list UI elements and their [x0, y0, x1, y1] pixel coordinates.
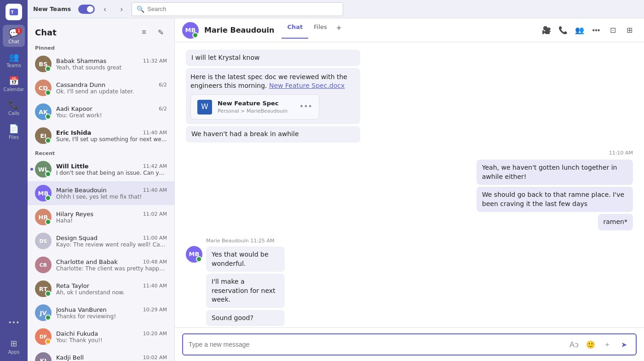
chat-preview-hilary: Haha! — [56, 218, 167, 224]
rail-item-calls[interactable]: 📞 Calls — [3, 97, 25, 119]
chat-badge: 1 — [16, 28, 22, 34]
rail-item-chat[interactable]: 💬 Chat 1 — [3, 25, 25, 47]
compose-button[interactable]: ✎ — [154, 26, 167, 39]
chat-item-joshua[interactable]: JV Joshua VanBuren 10:29 AM Thanks for r… — [28, 301, 174, 325]
chat-preview-aadi: You: Great work! — [56, 112, 167, 119]
filter-button[interactable]: ≡ — [138, 26, 150, 39]
pop-out-button[interactable]: ⊡ — [605, 23, 620, 38]
chat-item-will[interactable]: WL Will Little 11:42 AM I don't see that… — [28, 157, 174, 181]
rail-teams-label: Teams — [6, 63, 21, 68]
more-options-button[interactable]: ••• — [589, 23, 604, 38]
send-button[interactable]: ➤ — [617, 338, 630, 351]
teams-icon: 👥 — [9, 52, 19, 62]
avatar-babak: BS — [35, 56, 52, 72]
chat-item-marie[interactable]: MB Marie Beaudouin 11:40 AM Ohhh I see, … — [28, 181, 174, 205]
word-icon: W — [197, 100, 212, 115]
chat-content: MB Marie Beaudouin Chat Files + 🎥 📞 👥 ••… — [175, 18, 644, 361]
file-more-icon[interactable]: ••• — [299, 102, 312, 112]
left-rail: T 💬 Chat 1 👥 Teams 📅 Calendar 📞 Calls 📄 … — [0, 0, 28, 361]
message-row-marie: MB Marie Beaudouin 11:25 AM Yes that wou… — [186, 238, 633, 327]
chat-name-cassandra: Cassandra Dunn — [56, 81, 105, 88]
chat-time-charlotte: 10:48 AM — [143, 259, 167, 265]
video-call-button[interactable]: 🎥 — [539, 23, 554, 38]
chat-item-daichi[interactable]: DF Daichi Fukuda 10:20 AM You: Thank you… — [28, 325, 174, 349]
file-path: Personal > MarieBeaudouin — [218, 108, 294, 115]
chat-name-will: Will Little — [56, 163, 89, 170]
chat-list: BS Babak Shammas 11:32 AM Yeah, that sou… — [28, 52, 174, 361]
msg-sound-good: Sound good? — [206, 310, 285, 327]
chat-item-cassandra[interactable]: CD Cassandra Dunn 6/2 Ok. I'll send an u… — [28, 76, 174, 100]
chat-item-eric[interactable]: EI Eric Ishida 11:40 AM Sure, I'll set u… — [28, 124, 174, 148]
chat-time-eric: 11:40 AM — [143, 130, 167, 136]
header-actions: 🎥 📞 👥 ••• ⊡ ⊞ — [539, 23, 637, 38]
message-bubble: I will let Krystal know — [186, 50, 360, 66]
add-tab-button[interactable]: + — [333, 22, 345, 34]
chat-name-kadji: Kadji Bell — [56, 354, 84, 361]
avatar-marie: MB — [35, 185, 52, 201]
chat-preview-cassandra: Ok. I'll send an update later. — [56, 88, 167, 95]
back-button[interactable]: ‹ — [98, 3, 111, 16]
chat-preview-charlotte: Charlotte: The client was pretty happy w… — [56, 265, 167, 272]
chat-item-reta[interactable]: RT Reta Taylor 11:40 AM Ah, ok I underst… — [28, 277, 174, 301]
rail-item-files[interactable]: 📄 Files — [3, 120, 25, 143]
audio-call-button[interactable]: 📞 — [556, 23, 570, 38]
chat-item-kadji[interactable]: KJ Kadji Bell 10:02 AM You: I like the i… — [28, 349, 174, 361]
avatar-will: WL — [35, 161, 52, 178]
contact-name: Marie Beaudouin — [204, 26, 274, 34]
content-header: MB Marie Beaudouin Chat Files + 🎥 📞 👥 ••… — [175, 18, 644, 42]
chat-name-reta: Reta Taylor — [56, 282, 89, 289]
chat-time-kadji: 10:02 AM — [143, 355, 167, 361]
search-input[interactable] — [147, 6, 338, 12]
rail-item-more[interactable]: ••• — [3, 311, 25, 333]
message-group-outgoing-1: 11:10 AM Yeah, we haven't gotten lunch t… — [372, 150, 633, 230]
apps-icon: ⊞ — [10, 338, 17, 348]
format-button[interactable]: Aↄ — [568, 338, 581, 351]
msg-lunch: Yeah, we haven't gotten lunch together i… — [477, 160, 633, 185]
chat-preview-reta: Ah, ok I understand now. — [56, 289, 167, 296]
chat-preview-babak: Yeah, that sounds great — [56, 64, 167, 71]
search-icon: 🔍 — [137, 6, 144, 13]
chat-item-design[interactable]: DS Design Squad 11:00 AM Kayo: The revie… — [28, 229, 174, 253]
chat-name-design: Design Squad — [56, 235, 98, 241]
file-name: New Feature Spec — [218, 99, 294, 108]
search-box[interactable]: 🔍 — [132, 2, 343, 16]
tab-chat[interactable]: Chat — [282, 22, 308, 39]
avatar-joshua: JV — [35, 304, 52, 321]
chat-time-daichi: 10:20 AM — [143, 331, 167, 337]
main-layout: Chat ≡ ✎ Pinned BS Babak Shammas 11:32 A… — [28, 18, 644, 361]
expand-button[interactable]: ⊞ — [622, 23, 637, 38]
rail-item-apps[interactable]: ⊞ Apps — [3, 335, 25, 357]
avatar-cassandra: CD — [35, 80, 52, 96]
chat-item-charlotte[interactable]: CB Charlotte and Babak 10:48 AM Charlott… — [28, 253, 174, 277]
message-input[interactable] — [189, 341, 564, 348]
message-input-area: Aↄ 🙂 ＋ ➤ — [175, 327, 644, 361]
app-title: New Teams — [33, 6, 71, 12]
unread-indicator — [30, 168, 33, 171]
message-group-marie: Marie Beaudouin 11:25 AM Yes that would … — [206, 238, 337, 327]
msg-ramen-correction: ramen* — [598, 214, 633, 230]
chat-name-hilary: Hilary Reyes — [56, 211, 93, 218]
new-teams-toggle[interactable] — [78, 5, 95, 14]
forward-button[interactable]: › — [115, 3, 128, 16]
emoji-button[interactable]: 🙂 — [584, 338, 597, 351]
sidebar-actions: ≡ ✎ — [138, 26, 167, 39]
chat-item-aadi[interactable]: AK Aadi Kapoor 6/2 You: Great work! — [28, 100, 174, 124]
chat-preview-joshua: Thanks for reviewing! — [56, 313, 167, 320]
contact-avatar: MB — [182, 22, 199, 39]
chat-time-marie: 11:40 AM — [143, 187, 167, 193]
rail-apps-label: Apps — [8, 350, 20, 355]
rail-item-teams[interactable]: 👥 Teams — [3, 49, 25, 71]
doc-link[interactable]: New Feature Spec.docx — [269, 82, 345, 89]
chat-item-babak[interactable]: BS Babak Shammas 11:32 AM Yeah, that sou… — [28, 52, 174, 76]
participants-button[interactable]: 👥 — [572, 23, 587, 38]
chat-name-daichi: Daichi Fukuda — [56, 330, 98, 337]
sender-name-label: Marie Beaudouin 11:25 AM — [206, 238, 337, 244]
chat-preview-will: I don't see that being an issue. Can you… — [56, 170, 167, 176]
chat-name-joshua: Joshua VanBuren — [56, 306, 107, 313]
chat-name-babak: Babak Shammas — [56, 57, 106, 64]
chat-item-hilary[interactable]: HR Hilary Reyes 11:02 AM Haha! — [28, 205, 174, 229]
attach-button[interactable]: ＋ — [601, 338, 614, 351]
calls-icon: 📞 — [9, 100, 19, 109]
rail-item-calendar[interactable]: 📅 Calendar — [3, 73, 25, 95]
tab-files[interactable]: Files — [308, 22, 333, 39]
